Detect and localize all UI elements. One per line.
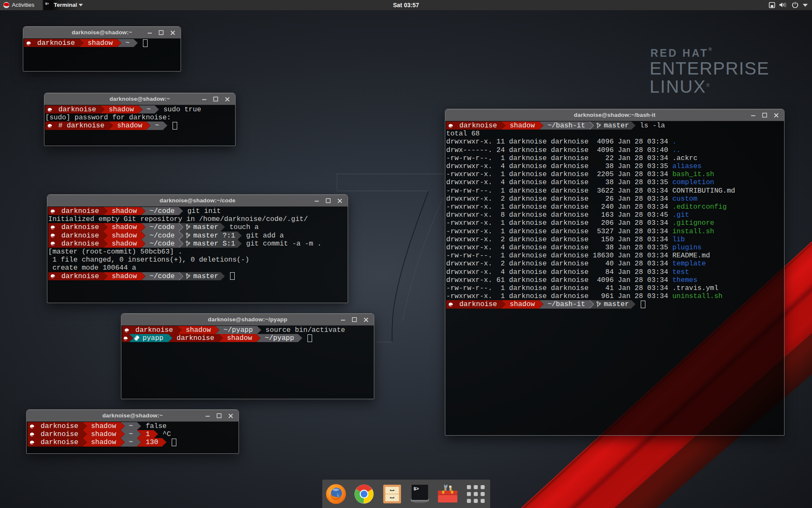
svg-text:$>: $> — [414, 486, 419, 491]
svg-text:$>: $> — [45, 2, 49, 6]
